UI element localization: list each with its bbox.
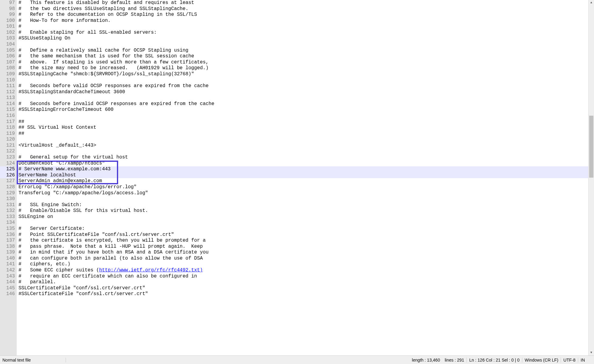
code-line[interactable]: # above. If stapling is used with more t… [17,60,594,66]
line-number: 106 [0,53,15,60]
code-line[interactable]: # can configure both in parallel (to als… [17,256,594,262]
line-number: 116 [0,113,15,119]
code-line[interactable]: <VirtualHost _default_:443> [17,143,594,149]
code-line[interactable] [17,148,594,155]
code-line[interactable]: SSLCertificateFile "conf/ssl.crt/server.… [17,285,594,291]
code-line[interactable]: # Some ECC cipher suites (http://www.iet… [17,267,594,274]
code-line[interactable]: # in mind that if you have both an RSA a… [17,250,594,256]
code-line[interactable]: #SSLStaplingErrorCacheTimeout 600 [17,107,594,113]
line-number: 110 [0,77,15,83]
line-number: 123 [0,155,15,161]
code-line[interactable] [17,113,594,119]
status-eol: Windows (CR LF) [522,358,561,362]
line-number: 142 [0,267,15,274]
line-number: 121 [0,143,15,149]
status-position: Ln : 126 Col : 21 Sel : 0 | 0 [467,358,522,362]
scroll-down-arrow[interactable]: ▼ [589,350,594,355]
line-number: 101 [0,24,15,30]
line-number: 144 [0,279,15,285]
code-line[interactable]: #SSLStaplingCache "shmcb:${SRVROOT}/logs… [17,71,594,77]
code-line[interactable]: # Enable/Disable SSL for this virtual ho… [17,208,594,214]
code-line[interactable]: # Refer to the documentation on OCSP Sta… [17,12,594,18]
code-line[interactable] [17,137,594,143]
code-line[interactable]: #SSLStaplingStandardCacheTimeout 3600 [17,89,594,95]
code-line[interactable]: # the two directives SSLUseStapling and … [17,6,594,12]
line-number: 146 [0,291,15,297]
vertical-scrollbar[interactable]: ▲ ▼ [588,0,594,355]
line-number: 108 [0,65,15,71]
code-content[interactable]: # This feature is disabled by default an… [17,0,594,355]
code-line[interactable]: # ciphers, etc.) [17,261,594,267]
line-number: 97 [0,0,15,6]
code-line[interactable]: # How-To for more information. [17,18,594,24]
code-line[interactable]: # Seconds before invalid OCSP responses … [17,101,594,107]
line-number: 111 [0,83,15,89]
line-number: 109 [0,71,15,77]
code-line[interactable]: ## SSL Virtual Host Context [17,125,594,131]
code-line[interactable]: ## [17,119,594,125]
line-number: 104 [0,42,15,48]
code-line[interactable]: # Enable stapling for all SSL-enabled se… [17,30,594,36]
code-line[interactable] [17,220,594,226]
code-line[interactable]: # parallel. [17,279,594,285]
line-number: 127 [0,178,15,184]
url-link[interactable]: http://www.ietf.org/rfc/rfc4492.txt) [99,267,203,274]
code-line[interactable]: SSLEngine on [17,214,594,220]
scroll-thumb[interactable] [589,116,593,178]
code-line[interactable]: # ServerName www.example.com:443 [17,166,594,172]
scroll-up-arrow[interactable]: ▲ [589,0,594,5]
line-number: 114 [0,101,15,107]
code-line[interactable]: # This feature is disabled by default an… [17,0,594,6]
code-line[interactable]: # [17,24,594,30]
line-number: 112 [0,89,15,95]
code-line[interactable]: # SSL Engine Switch: [17,202,594,208]
line-number: 124 [0,161,15,167]
code-line[interactable]: TransferLog "C:/xampp/apache/logs/access… [17,190,594,196]
code-line[interactable] [17,42,594,48]
code-line[interactable]: # the same mechanism that is used for th… [17,53,594,60]
status-length: length : 13,460 lines : 291 [409,358,467,362]
line-number: 143 [0,274,15,280]
code-line[interactable]: # Point SSLCertificateFile "conf/ssl.crt… [17,232,594,238]
code-line[interactable]: ErrorLog "C:/xampp/apache/logs/error.log… [17,184,594,190]
code-line[interactable]: # General setup for the virtual host [17,155,594,161]
code-line[interactable]: # pass phrase. Note that a kill -HUP wil… [17,244,594,250]
line-number: 138 [0,244,15,250]
code-line[interactable] [17,95,594,101]
code-line[interactable]: # the certificate is encrypted, then you… [17,238,594,244]
code-line[interactable]: # the size may need to be increased. (AH… [17,65,594,71]
code-line[interactable]: DocumentRoot "C:/xampp/htdocs" [17,161,594,167]
line-number: 105 [0,48,15,54]
code-line[interactable] [17,77,594,83]
code-line[interactable]: # Define a relatively small cache for OC… [17,48,594,54]
line-number: 100 [0,18,15,24]
status-bar: Normal text file length : 13,460 lines :… [0,355,594,364]
line-number: 128 [0,184,15,190]
code-line[interactable]: ## [17,131,594,137]
code-line[interactable]: # require an ECC certificate which can a… [17,274,594,280]
line-number: 122 [0,148,15,155]
line-number: 139 [0,250,15,256]
line-number: 103 [0,36,15,42]
line-number: 107 [0,60,15,66]
code-line[interactable]: # Seconds before valid OCSP responses ar… [17,83,594,89]
code-line[interactable]: #SSLUseStapling On [17,36,594,42]
line-number: 145 [0,285,15,291]
line-number: 119 [0,131,15,137]
code-line[interactable]: # Server Certificate: [17,226,594,232]
line-number: 126 [0,172,15,179]
line-number: 125 [0,166,15,172]
line-number: 113 [0,95,15,101]
line-number: 99 [0,12,15,18]
line-number: 140 [0,256,15,262]
code-line[interactable] [17,196,594,202]
line-number: 135 [0,226,15,232]
line-number: 120 [0,137,15,143]
text-editor-area[interactable]: 9798991001011021031041051061071081091101… [0,0,594,355]
code-line[interactable]: ServerName localhost [17,172,594,179]
code-line[interactable]: #SSLCertificateFile "conf/ssl.crt/server… [17,291,594,297]
status-insert-mode: IN [578,358,594,362]
line-number: 118 [0,125,15,131]
status-file-type: Normal text file [0,358,66,362]
code-line[interactable]: ServerAdmin admin@example.com [17,178,594,184]
